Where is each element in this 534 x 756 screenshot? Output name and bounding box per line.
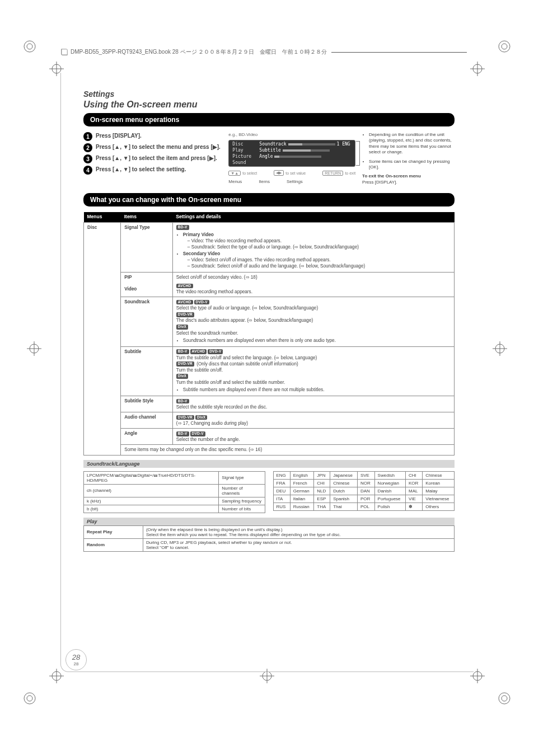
settings-table: Menus Items Settings and details Disc Si… (83, 212, 455, 455)
under-label: Menus (228, 179, 242, 184)
play-heading: Play (83, 518, 455, 525)
language-code-table: ENGEnglishJPNJapaneseSVESwedishCHIChines… (273, 471, 455, 511)
lang-heading: Soundtrack/Language (83, 460, 455, 468)
step-num: 4 (83, 166, 92, 175)
svg-point-5 (27, 696, 32, 701)
reg-mark-icon (497, 691, 512, 706)
svg-point-7 (502, 696, 507, 701)
under-label: Settings (287, 179, 303, 184)
svg-point-2 (499, 41, 510, 52)
step-text: Press [▲, ▼] to select the menu and pres… (96, 144, 221, 150)
svg-point-1 (27, 44, 32, 49)
page-title: Using the On-screen menu (83, 100, 455, 110)
menu-heading: What you can change with the On-screen m… (83, 193, 455, 206)
page-number: 28 28 (65, 649, 87, 670)
step-text: Press [DISPLAY]. (96, 133, 142, 139)
header-docname: DMP-BD55_35PP-RQT9243_ENG.book 28 ページ ２０… (71, 48, 327, 56)
svg-point-4 (24, 693, 35, 704)
svg-point-6 (499, 693, 510, 704)
step-num: 1 (83, 132, 92, 141)
ops-heading: On-screen menu operations (83, 113, 455, 126)
crop-arrow-icon (49, 669, 64, 683)
crop-arrow-icon (493, 341, 507, 356)
reg-mark-icon (497, 39, 512, 54)
under-label: Items (259, 179, 270, 184)
crop-arrow-icon (27, 341, 41, 356)
reg-mark-icon (22, 691, 37, 706)
svg-point-3 (502, 44, 507, 49)
step-num: 2 (83, 143, 92, 152)
svg-point-0 (24, 41, 35, 52)
reg-mark-icon (22, 39, 37, 54)
osd-mock: e.g., BD-Video Disc Soundtrack 1 ENG Pla… (228, 132, 355, 184)
step-num: 3 (83, 154, 92, 163)
page-section: Settings (83, 90, 455, 98)
soundtrack-attr-table: LPCM/PPCM/🝚Digital/🝚Digital+/🝚TrueHD/DTS… (83, 471, 265, 513)
step-text: Press [▲, ▼] to select the item and pres… (96, 155, 217, 161)
ops-steps: 1 Press [DISPLAY]. 2 Press [▲, ▼] to sel… (83, 132, 222, 177)
book-icon (60, 48, 68, 56)
header-strip: DMP-BD55_35PP-RQT9243_ENG.book 28 ページ ２０… (60, 48, 467, 56)
ops-right-notes: Depending on the condition of the unit (… (362, 132, 455, 185)
step-text: Press [▲, ▼] to select the setting. (96, 166, 186, 172)
